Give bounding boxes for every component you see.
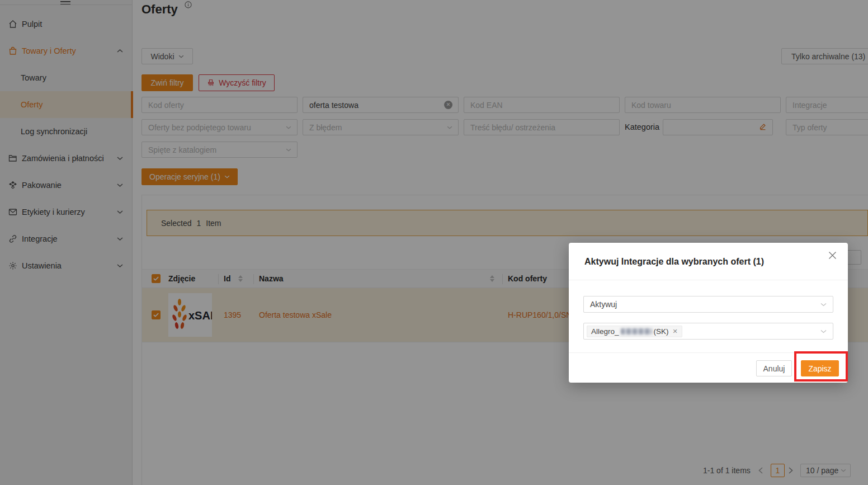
close-icon[interactable] <box>828 251 837 262</box>
modal-footer-divider <box>569 352 848 353</box>
integration-tag-suffix: (SK) <box>654 327 669 336</box>
chevron-down-icon <box>820 329 827 333</box>
app-screen: Pulpit Towary i Oferty Towary Oferty Log… <box>0 0 868 485</box>
action-select-value: Aktywuj <box>590 300 617 309</box>
cancel-button[interactable]: Anuluj <box>756 360 792 376</box>
action-select[interactable]: Aktywuj <box>583 296 833 313</box>
redacted-text <box>621 328 652 335</box>
modal-header-divider <box>569 280 848 280</box>
modal-title: Aktywuj Integracje dla wybranych ofert (… <box>584 257 764 267</box>
chevron-down-icon <box>820 303 827 307</box>
integrations-multiselect[interactable]: Allegro_ (SK) ✕ <box>583 323 833 340</box>
activate-integrations-modal: Aktywuj Integracje dla wybranych ofert (… <box>569 243 848 383</box>
remove-tag-icon[interactable]: ✕ <box>673 328 678 335</box>
integration-tag: Allegro_ (SK) ✕ <box>587 326 682 337</box>
save-button[interactable]: Zapisz <box>801 360 839 376</box>
integration-tag-prefix: Allegro_ <box>591 327 619 336</box>
